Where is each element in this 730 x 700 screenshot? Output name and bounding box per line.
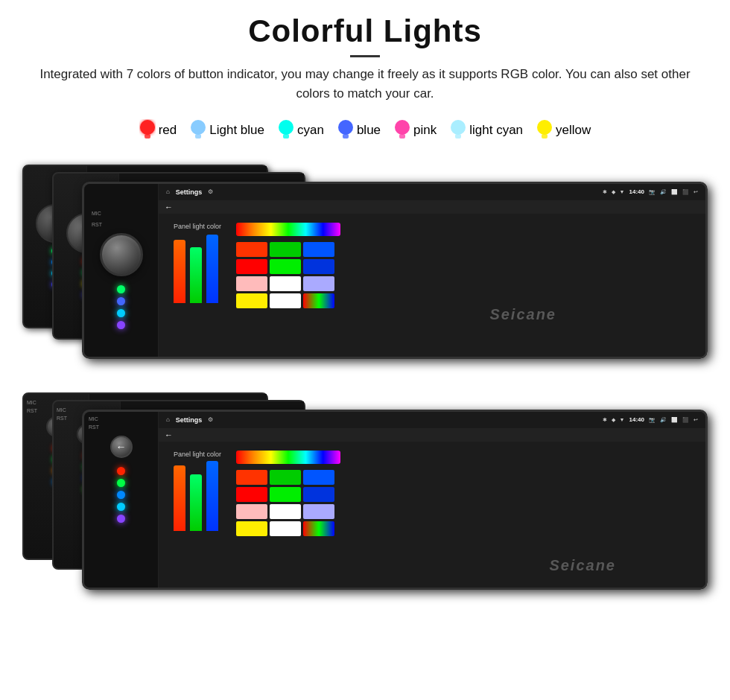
page-container: Colorful Lights Integrated with 7 colors… [0, 0, 730, 700]
svg-rect-11 [455, 134, 461, 139]
svg-rect-13 [542, 134, 548, 139]
color-indicators-row: red Light blue cyan blue [0, 119, 730, 141]
bulb-icon-blue [337, 119, 354, 141]
svg-point-2 [191, 120, 206, 135]
title-divider [350, 55, 380, 57]
bulb-icon-cyan [278, 119, 294, 141]
svg-point-12 [537, 120, 552, 135]
color-label-lightcyan: light cyan [469, 123, 523, 138]
color-label-yellow: yellow [556, 123, 591, 138]
color-label-pink: pink [413, 123, 437, 138]
front-panel-top: MIC RST ⌂ Setti [82, 182, 708, 359]
screen-top: ⌂ Settings ⚙ ✱◆▼ 14:40 📷🔊⬜⬛↩ ← [159, 184, 705, 357]
top-device-section: MIC RST ⌂ Setti [7, 153, 723, 369]
svg-point-10 [451, 120, 466, 135]
svg-point-8 [395, 120, 410, 135]
color-item-yellow: yellow [536, 119, 591, 141]
svg-rect-3 [195, 134, 201, 139]
svg-rect-1 [145, 134, 150, 139]
header-section: Colorful Lights Integrated with 7 colors… [0, 0, 730, 109]
bulb-icon-lightcyan [450, 119, 466, 141]
color-label-blue: blue [357, 123, 381, 138]
description-text: Integrated with 7 colors of button indic… [0, 65, 730, 104]
bulb-icon-yellow [536, 119, 553, 141]
bulb-icon-pink [394, 119, 410, 141]
watermark-top: Seicane [489, 306, 556, 323]
front-panel-bottom: MIC RST ← [82, 410, 708, 590]
svg-rect-5 [283, 134, 289, 139]
bottom-device-section: MIC RST ← MIC [7, 381, 723, 601]
bulb-icon-lightblue [190, 119, 206, 141]
svg-point-0 [140, 120, 155, 135]
svg-rect-9 [399, 134, 405, 139]
svg-rect-7 [343, 134, 349, 139]
watermark-bottom: Seicane [549, 557, 616, 574]
color-item-pink: pink [394, 119, 437, 141]
page-title: Colorful Lights [0, 13, 730, 49]
color-item-lightblue: Light blue [190, 119, 264, 141]
color-label-lightblue: Light blue [209, 123, 264, 138]
color-item-cyan: cyan [278, 119, 324, 141]
svg-point-4 [279, 120, 293, 135]
color-label-red: red [159, 123, 177, 138]
color-label-cyan: cyan [297, 123, 324, 138]
color-item-red: red [139, 119, 177, 141]
svg-point-6 [338, 120, 353, 135]
color-item-blue: blue [337, 119, 381, 141]
color-item-lightcyan: light cyan [450, 119, 523, 141]
bulb-icon-red [139, 119, 156, 141]
